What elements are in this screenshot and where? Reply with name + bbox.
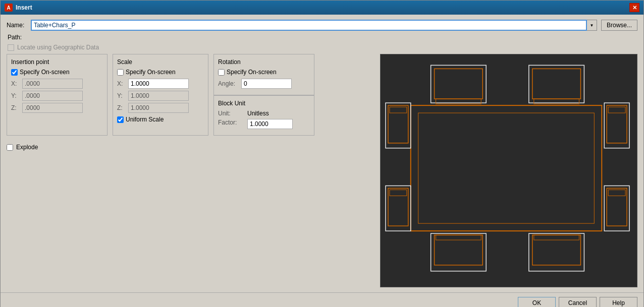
dialog-content: Name: ▼ Browse... Path: Locate using Geo… [1,15,643,292]
block-unit-unit-label: Unit: [218,110,243,117]
insertion-y-row: Y: [11,91,103,101]
title-bar: A Insert ✕ [1,1,643,15]
scale-y-input[interactable] [128,91,189,101]
controls-area: Insertion point Specify On-screen X: Y: [7,54,375,287]
scale-z-row: Z: [117,103,204,113]
block-unit-panel: Block Unit Unit: Unitless Factor: [213,95,314,136]
help-button[interactable]: Help [600,297,637,307]
scale-x-input[interactable] [128,79,189,89]
rotation-specify-label: Specify On-screen [227,69,277,76]
rotation-angle-input[interactable] [241,79,292,89]
dialog-title: Insert [16,4,32,11]
right-panels: Rotation Specify On-screen Angle: [213,54,314,136]
scale-title: Scale [117,58,204,66]
uniform-scale-label: Uniform Scale [126,116,164,123]
cancel-button[interactable]: Cancel [559,297,597,307]
uniform-scale-checkbox[interactable] [117,116,124,123]
insertion-z-input[interactable] [22,103,83,113]
block-unit-unit-row: Unit: Unitless [218,110,310,117]
block-unit-factor-row: Factor: [218,119,310,129]
geo-checkbox[interactable] [8,44,14,51]
rotation-panel: Rotation Specify On-screen Angle: [213,54,314,95]
path-row: Path: [7,34,637,41]
block-unit-factor-input[interactable] [247,119,293,129]
scale-y-row: Y: [117,91,204,101]
rotation-specify-row: Specify On-screen [218,69,310,76]
scale-z-input[interactable] [128,103,189,113]
close-button[interactable]: ✕ [629,3,639,12]
rotation-specify-checkbox[interactable] [218,69,225,76]
title-bar-left: A Insert [5,4,32,12]
rotation-angle-row: Angle: [218,79,310,89]
insertion-x-input[interactable] [22,79,83,89]
insert-dialog: A Insert ✕ Name: ▼ Browse... Path: Locat… [0,0,644,307]
bottom-bar: OK Cancel Help [1,292,643,307]
uniform-scale-row: Uniform Scale [117,116,204,123]
name-dropdown-button[interactable]: ▼ [587,20,597,31]
insertion-point-panel: Insertion point Specify On-screen X: Y: [7,54,108,136]
svg-rect-0 [381,55,637,286]
main-area: Insertion point Specify On-screen X: Y: [7,54,637,287]
scale-x-row: X: [117,79,204,89]
app-icon: A [5,4,13,12]
path-label: Path: [8,34,22,41]
rotation-title: Rotation [218,58,310,66]
preview-area [380,54,637,287]
ok-button[interactable]: OK [518,297,556,307]
insertion-specify-row: Specify On-screen [11,69,103,76]
block-unit-unit-value: Unitless [247,110,269,117]
scale-x-label: X: [117,80,125,87]
name-label: Name: [7,22,27,29]
scale-y-label: Y: [117,92,125,99]
scale-specify-row: Specify On-screen [117,69,204,76]
geo-label: Locate using Geographic Data [17,44,99,51]
explode-checkbox[interactable] [7,144,13,151]
panels-row: Insertion point Specify On-screen X: Y: [7,54,375,136]
scale-panel: Scale Specify On-screen X: Y: [113,54,208,136]
insertion-z-row: Z: [11,103,103,113]
block-unit-factor-label: Factor: [218,119,243,129]
preview-svg [381,54,637,287]
insertion-specify-label: Specify On-screen [20,69,70,76]
insertion-y-label: Y: [11,92,19,99]
insertion-specify-checkbox[interactable] [11,69,18,76]
rotation-angle-label: Angle: [218,80,238,87]
name-input[interactable] [31,20,587,31]
scale-specify-label: Specify On-screen [126,69,176,76]
insertion-x-label: X: [11,80,19,87]
scale-z-label: Z: [117,104,125,111]
insertion-z-label: Z: [11,104,19,111]
insertion-point-title: Insertion point [11,58,103,66]
name-row: Name: ▼ Browse... [7,20,637,31]
insertion-x-row: X: [11,79,103,89]
insertion-y-input[interactable] [22,91,83,101]
name-combo-wrapper: ▼ [31,20,597,31]
explode-row: Explode [7,144,375,151]
explode-label: Explode [16,144,38,151]
scale-specify-checkbox[interactable] [117,69,124,76]
geo-row: Locate using Geographic Data [7,44,637,51]
browse-button[interactable]: Browse... [601,20,637,31]
block-unit-title: Block Unit [218,100,310,107]
